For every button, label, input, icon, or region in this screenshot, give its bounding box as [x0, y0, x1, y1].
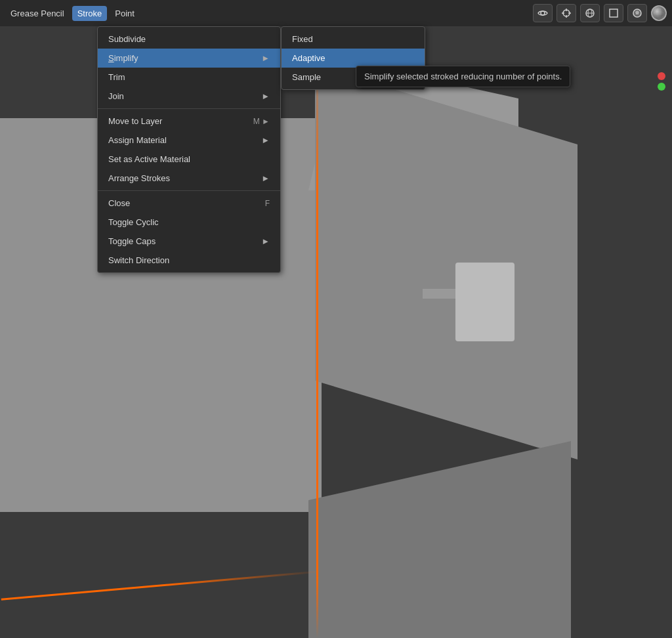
set-active-material-label: Set as Active Material — [108, 154, 190, 164]
join-arrow: ► — [261, 91, 270, 101]
toolbar-icon-sphere[interactable] — [651, 5, 667, 21]
switch-direction-label: Switch Direction — [108, 255, 169, 265]
toolbar-icon-world[interactable] — [627, 4, 647, 22]
menu-separator-1 — [98, 108, 280, 109]
toggle-caps-label: Toggle Caps — [108, 236, 156, 246]
toolbar-icon-globe[interactable] — [580, 4, 600, 22]
menu-item-move-to-layer[interactable]: Move to Layer M ► — [98, 112, 280, 131]
toolbar-point[interactable]: Point — [110, 6, 140, 21]
scene-lower — [308, 441, 571, 638]
toggle-cyclic-label: Toggle Cyclic — [108, 217, 159, 227]
toolbar-icon-eye[interactable] — [533, 4, 553, 22]
menu-item-simplify[interactable]: Simplify ► — [98, 49, 280, 68]
status-dot-green — [658, 83, 665, 91]
move-to-layer-label: Move to Layer — [108, 116, 162, 126]
arrange-strokes-arrow: ► — [261, 173, 270, 183]
join-label: Join — [108, 91, 124, 101]
toolbar-grease-pencil[interactable]: Grease Pencil — [5, 6, 70, 21]
menu-item-subdivide[interactable]: Subdivide — [98, 30, 280, 49]
status-dot-red — [658, 72, 665, 80]
simplify-label: Simplify — [108, 53, 138, 63]
menu-item-set-active-material[interactable]: Set as Active Material — [98, 150, 280, 169]
toolbar-stroke[interactable]: Stroke — [72, 6, 108, 21]
toolbar-icon-target[interactable] — [556, 4, 576, 22]
tooltip: Simplify selected stroked reducing numbe… — [356, 66, 570, 87]
svg-point-0 — [541, 11, 545, 15]
toggle-caps-arrow: ► — [261, 236, 270, 246]
orange-stroke-vertical — [316, 0, 318, 638]
svg-rect-9 — [610, 9, 618, 17]
top-toolbar: Grease Pencil Stroke Point — [0, 0, 672, 26]
stroke-menu: Subdivide Simplify ► Trim Join ► Move to… — [97, 26, 281, 273]
menu-item-assign-material[interactable]: Assign Material ► — [98, 131, 280, 150]
move-to-layer-shortcut: M ► — [253, 117, 270, 126]
svg-point-14 — [652, 7, 665, 20]
scene-mirror-arm — [423, 289, 455, 299]
submenu-item-adaptive[interactable]: Adaptive — [282, 49, 425, 68]
submenu-item-fixed[interactable]: Fixed — [282, 30, 425, 49]
menu-item-toggle-caps[interactable]: Toggle Caps ► — [98, 232, 280, 251]
scene-main-body — [315, 66, 578, 459]
toolbar-right-icons — [533, 4, 667, 22]
menu-item-switch-direction[interactable]: Switch Direction — [98, 251, 280, 270]
menu-separator-2 — [98, 190, 280, 191]
scene-mirror — [455, 263, 514, 341]
menu-item-join[interactable]: Join ► — [98, 87, 280, 106]
arrange-strokes-label: Arrange Strokes — [108, 173, 170, 183]
toolbar-icon-square[interactable] — [604, 4, 623, 22]
close-shortcut: F — [265, 199, 270, 208]
orange-stroke-bottom — [1, 570, 322, 601]
assign-material-arrow: ► — [261, 135, 270, 145]
menu-item-trim[interactable]: Trim — [98, 68, 280, 87]
menu-item-toggle-cyclic[interactable]: Toggle Cyclic — [98, 213, 280, 232]
menu-item-arrange-strokes[interactable]: Arrange Strokes ► — [98, 169, 280, 188]
menu-item-close[interactable]: Close F — [98, 194, 280, 213]
simplify-arrow: ► — [261, 53, 270, 63]
trim-label: Trim — [108, 72, 125, 82]
assign-material-label: Assign Material — [108, 135, 167, 145]
close-label: Close — [108, 198, 130, 208]
